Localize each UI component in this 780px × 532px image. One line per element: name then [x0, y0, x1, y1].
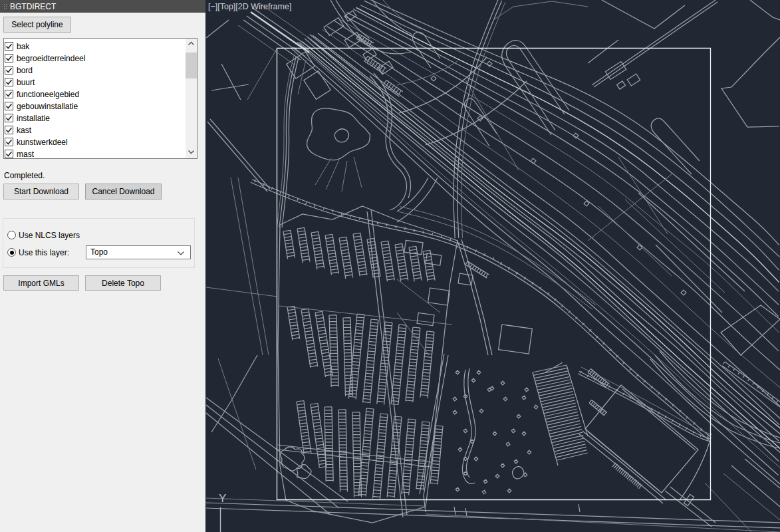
svg-text:Y: Y — [219, 492, 226, 505]
svg-text:[−][Top][2D Wireframe]: [−][Top][2D Wireframe] — [208, 2, 291, 11]
